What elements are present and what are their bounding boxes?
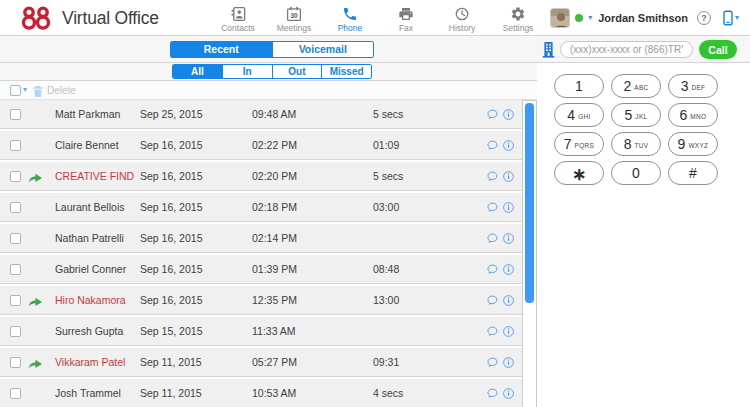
call-row[interactable]: Surresh Gupta Sep 15, 2015 11:33 AM bbox=[0, 317, 522, 346]
row-actions bbox=[486, 193, 515, 221]
filter-in[interactable]: In bbox=[222, 65, 272, 78]
dialpad-panel: 1 2 ABC 3 DEF 4 GHI 5 JKL 6 MNO 7 PQRS 8… bbox=[537, 63, 750, 407]
chat-icon[interactable] bbox=[486, 232, 499, 245]
filter-missed[interactable]: Missed bbox=[321, 65, 371, 78]
select-chevron-down-icon[interactable]: ▾ bbox=[23, 85, 27, 94]
select-all-checkbox[interactable] bbox=[10, 85, 21, 96]
call-row[interactable]: Gabriel Conner Sep 16, 2015 01:39 PM 08:… bbox=[0, 255, 522, 284]
row-checkbox[interactable] bbox=[10, 233, 21, 244]
chat-icon[interactable] bbox=[486, 170, 499, 183]
outgoing-call-icon bbox=[28, 356, 43, 374]
history-icon bbox=[454, 6, 470, 22]
dial-number-input[interactable] bbox=[560, 41, 693, 58]
chat-icon[interactable] bbox=[486, 356, 499, 369]
main-nav: Contacts 30 Meetings bbox=[210, 0, 546, 36]
user-name: Jordan Smithson bbox=[598, 12, 688, 24]
dialpad-key[interactable]: 5 JKL bbox=[611, 103, 661, 127]
call-row[interactable]: Josh Trammel Sep 11, 2015 10:53 AM 4 sec… bbox=[0, 379, 522, 407]
app-header: Virtual Office Contacts bbox=[0, 0, 750, 36]
info-icon[interactable] bbox=[502, 139, 515, 152]
call-row[interactable]: Laurant Bellois Sep 16, 2015 02:18 PM 03… bbox=[0, 193, 522, 222]
chat-icon[interactable] bbox=[486, 108, 499, 121]
nav-history[interactable]: History bbox=[434, 0, 490, 36]
dialpad-key[interactable]: # bbox=[668, 161, 718, 185]
call-date: Sep 16, 2015 bbox=[140, 286, 202, 314]
nav-settings[interactable]: Settings bbox=[490, 0, 546, 36]
company-directory-icon[interactable] bbox=[541, 41, 556, 62]
row-checkbox[interactable] bbox=[10, 357, 21, 368]
call-row[interactable]: Vikkaram Patel Sep 11, 2015 05:27 PM 09:… bbox=[0, 348, 522, 377]
chat-icon[interactable] bbox=[486, 139, 499, 152]
row-checkbox[interactable] bbox=[10, 295, 21, 306]
status-dot[interactable] bbox=[575, 14, 583, 22]
virtual-office-app: Virtual Office Contacts bbox=[0, 0, 750, 407]
key-letters: GHI bbox=[578, 113, 590, 120]
list-scrollbar[interactable] bbox=[522, 100, 537, 407]
nav-fax[interactable]: Fax bbox=[378, 0, 434, 36]
dialpad-key[interactable]: 2 ABC bbox=[611, 74, 661, 98]
avatar[interactable] bbox=[550, 8, 570, 28]
dialpad-key[interactable]: 8 TUV bbox=[611, 132, 661, 156]
row-checkbox[interactable] bbox=[10, 388, 21, 399]
filter-out[interactable]: Out bbox=[272, 65, 322, 78]
chat-icon[interactable] bbox=[486, 263, 499, 276]
call-row[interactable]: CREATIVE FIND Sep 16, 2015 02:20 PM 5 se… bbox=[0, 162, 522, 191]
chat-icon[interactable] bbox=[486, 325, 499, 338]
key-letters: TUV bbox=[634, 142, 648, 149]
call-duration: 5 secs bbox=[373, 100, 403, 128]
info-icon[interactable] bbox=[502, 387, 515, 400]
call-button[interactable]: Call bbox=[699, 40, 737, 59]
status-chevron-down-icon[interactable]: ▾ bbox=[588, 14, 592, 22]
filter-all[interactable]: All bbox=[173, 65, 222, 78]
tab-voicemail[interactable]: Voicemail bbox=[272, 42, 374, 57]
meetings-icon: 30 bbox=[286, 6, 302, 22]
help-icon[interactable]: ? bbox=[697, 11, 711, 25]
dialpad-key[interactable]: 3 DEF bbox=[668, 74, 718, 98]
chat-icon[interactable] bbox=[486, 294, 499, 307]
caller-name: Vikkaram Patel bbox=[55, 348, 125, 376]
info-icon[interactable] bbox=[502, 201, 515, 214]
row-checkbox[interactable] bbox=[10, 264, 21, 275]
dialpad-key[interactable]: ∗ bbox=[554, 161, 604, 185]
call-row[interactable]: Matt Parkman Sep 25, 2015 09:48 AM 5 sec… bbox=[0, 100, 522, 129]
softphone-device-icon[interactable]: ▾ bbox=[722, 10, 739, 26]
dialpad-key[interactable]: 0 bbox=[611, 161, 661, 185]
row-checkbox[interactable] bbox=[10, 326, 21, 337]
key-digit: 6 bbox=[680, 108, 688, 122]
dialpad: 1 2 ABC 3 DEF 4 GHI 5 JKL 6 MNO 7 PQRS 8… bbox=[554, 74, 718, 185]
call-date: Sep 11, 2015 bbox=[140, 348, 202, 376]
nav-phone[interactable]: Phone bbox=[322, 0, 378, 36]
dialpad-key[interactable]: 9 WXYZ bbox=[668, 132, 718, 156]
info-icon[interactable] bbox=[502, 232, 515, 245]
call-date: Sep 16, 2015 bbox=[140, 162, 202, 190]
row-checkbox[interactable] bbox=[10, 109, 21, 120]
svg-text:30: 30 bbox=[290, 11, 298, 18]
nav-meetings[interactable]: 30 Meetings bbox=[266, 0, 322, 36]
tab-recent[interactable]: Recent bbox=[171, 42, 272, 57]
dialpad-key[interactable]: 7 PQRS bbox=[554, 132, 604, 156]
info-icon[interactable] bbox=[502, 325, 515, 338]
contacts-icon bbox=[230, 6, 247, 22]
outgoing-call-icon bbox=[28, 170, 43, 188]
scrollbar-thumb[interactable] bbox=[525, 103, 534, 303]
key-digit: 5 bbox=[625, 108, 633, 122]
call-row[interactable]: Hiro Nakamora Sep 16, 2015 12:35 PM 13:0… bbox=[0, 286, 522, 315]
info-icon[interactable] bbox=[502, 263, 515, 276]
call-duration: 08:48 bbox=[373, 255, 399, 283]
chat-icon[interactable] bbox=[486, 387, 499, 400]
call-row[interactable]: Nathan Patrelli Sep 16, 2015 02:14 PM bbox=[0, 224, 522, 253]
row-checkbox[interactable] bbox=[10, 202, 21, 213]
dialpad-key[interactable]: 6 MNO bbox=[668, 103, 718, 127]
info-icon[interactable] bbox=[502, 356, 515, 369]
dialpad-key[interactable]: 1 bbox=[554, 74, 604, 98]
info-icon[interactable] bbox=[502, 170, 515, 183]
outgoing-call-icon bbox=[28, 294, 43, 312]
info-icon[interactable] bbox=[502, 294, 515, 307]
chat-icon[interactable] bbox=[486, 201, 499, 214]
nav-contacts[interactable]: Contacts bbox=[210, 0, 266, 36]
dialpad-key[interactable]: 4 GHI bbox=[554, 103, 604, 127]
info-icon[interactable] bbox=[502, 108, 515, 121]
row-checkbox[interactable] bbox=[10, 140, 21, 151]
row-checkbox[interactable] bbox=[10, 171, 21, 182]
call-row[interactable]: Claire Bennet Sep 16, 2015 02:22 PM 01:0… bbox=[0, 131, 522, 160]
